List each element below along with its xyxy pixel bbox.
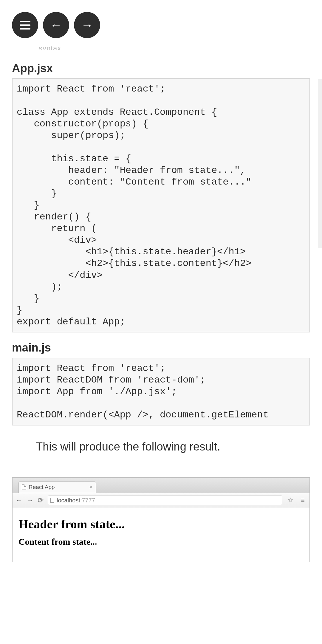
file-icon: [22, 484, 26, 490]
page-icon: [50, 498, 54, 503]
code-block-2[interactable]: import React from 'react'; import ReactD…: [12, 358, 310, 425]
next-button[interactable]: →: [74, 12, 100, 38]
browser-tab[interactable]: React App ×: [18, 482, 96, 493]
url-port: 7777: [82, 497, 95, 504]
top-nav: ← →: [0, 0, 322, 44]
hamburger-icon: [20, 21, 30, 30]
file-title-1: App.jsx: [12, 62, 310, 75]
rendered-page: Header from state... Content from state.…: [13, 508, 309, 562]
browser-tab-strip: React App ×: [13, 478, 309, 493]
rendered-h1: Header from state...: [18, 517, 304, 531]
main-content: App.jsx import React from 'react'; class…: [0, 50, 322, 477]
star-icon[interactable]: ☆: [286, 496, 295, 504]
close-icon[interactable]: ×: [89, 484, 93, 491]
browser-toolbar: ← → ⟳ localhost:7777 ☆ ≡: [13, 493, 309, 508]
rendered-h2: Content from state...: [18, 537, 304, 547]
browser-mock: React App × ← → ⟳ localhost:7777 ☆ ≡ Hea…: [12, 477, 310, 562]
scrollbar-track[interactable]: [318, 79, 322, 248]
result-caption: This will produce the following result.: [12, 434, 310, 465]
menu-button[interactable]: [12, 12, 38, 38]
tab-title: React App: [29, 484, 55, 490]
reload-icon[interactable]: ⟳: [37, 496, 44, 504]
arrow-right-icon: →: [81, 19, 93, 31]
forward-icon[interactable]: →: [26, 496, 33, 504]
back-icon[interactable]: ←: [16, 496, 23, 504]
file-title-2: main.js: [12, 341, 310, 354]
partial-text-line: syntax.: [0, 44, 322, 50]
code-block-1[interactable]: import React from 'react'; class App ext…: [12, 78, 310, 332]
url-host: localhost:: [57, 497, 82, 504]
prev-button[interactable]: ←: [43, 12, 69, 38]
browser-menu-icon[interactable]: ≡: [299, 496, 306, 504]
url-bar[interactable]: localhost:7777: [48, 496, 282, 505]
arrow-left-icon: ←: [50, 19, 62, 31]
